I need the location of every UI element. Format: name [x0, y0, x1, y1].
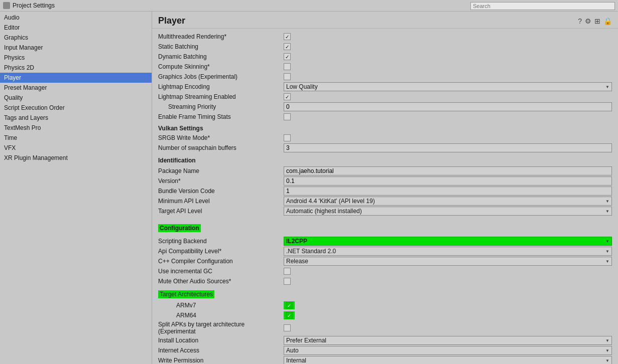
checkbox-frame-timing[interactable] — [284, 113, 291, 120]
input-version[interactable] — [284, 176, 612, 186]
layout-icon[interactable]: ⊞ — [594, 17, 600, 25]
dropdown-min-api[interactable]: Android 4.4 'KitKat' (API level 19) ▼ — [284, 197, 612, 206]
value-frame-timing — [284, 113, 612, 120]
label-dynamic-batching: Dynamic Batching — [158, 53, 284, 60]
sidebar-item-script-execution-order[interactable]: Script Execution Order — [0, 103, 152, 113]
setting-version: Version* — [158, 176, 612, 186]
setting-split-apks: Split APKs by target architecture (Exper… — [158, 320, 612, 335]
search-input[interactable] — [470, 2, 615, 10]
sidebar-item-graphics[interactable]: Graphics — [0, 33, 152, 43]
label-streaming-priority: Streaming Priority — [158, 103, 284, 110]
checkbox-compute-skinning[interactable] — [284, 63, 291, 70]
dropdown-write-permission-value: Internal — [286, 357, 306, 364]
checkbox-multithreaded-rendering[interactable] — [284, 33, 291, 40]
setting-incremental-gc: Use incremental GC — [158, 266, 612, 276]
checkbox-srgb-write[interactable] — [284, 134, 291, 141]
value-multithreaded-rendering — [284, 33, 612, 40]
dropdown-install-location[interactable]: Prefer External ▼ — [284, 336, 612, 345]
dropdown-api-compatibility[interactable]: .NET Standard 2.0 ▼ — [284, 247, 612, 256]
input-bundle-version[interactable] — [284, 187, 612, 196]
sidebar: Audio Editor Graphics Input Manager Phys… — [0, 12, 152, 364]
setting-bundle-version: Bundle Version Code — [158, 186, 612, 196]
dropdown-internet-access-value: Auto — [286, 347, 299, 354]
dropdown-cpp-compiler[interactable]: Release ▼ — [284, 257, 612, 266]
setting-scripting-backend: Scripting Backend IL2CPP ▼ — [158, 236, 612, 246]
dropdown-cpp-compiler-arrow: ▼ — [605, 259, 609, 264]
value-mute-audio — [284, 278, 612, 285]
sidebar-item-editor[interactable]: Editor — [0, 23, 152, 33]
value-write-permission: Internal ▼ — [284, 356, 612, 364]
checkbox-arm64[interactable] — [286, 312, 293, 319]
label-write-permission: Write Permission — [158, 357, 284, 364]
value-armv7 — [284, 301, 295, 309]
value-internet-access: Auto ▼ — [284, 346, 612, 355]
label-incremental-gc: Use incremental GC — [158, 268, 284, 275]
dropdown-scripting-backend[interactable]: IL2CPP ▼ — [284, 237, 612, 246]
setting-write-permission: Write Permission Internal ▼ — [158, 355, 612, 364]
setting-internet-access: Internet Access Auto ▼ — [158, 345, 612, 355]
label-target-api: Target API Level — [158, 208, 284, 215]
input-swapchain-buffers[interactable] — [284, 143, 612, 152]
sidebar-item-preset-manager[interactable]: Preset Manager — [0, 83, 152, 93]
sidebar-item-xr-plugin-management[interactable]: XR Plugin Management — [0, 153, 152, 163]
sidebar-item-textmesh-pro[interactable]: TextMesh Pro — [0, 123, 152, 133]
checkbox-mute-audio[interactable] — [284, 278, 291, 285]
input-package-name[interactable] — [284, 166, 612, 175]
setting-target-api: Target API Level Automatic (highest inst… — [158, 206, 612, 216]
page-title: Player — [158, 16, 185, 26]
value-install-location: Prefer External ▼ — [284, 336, 612, 345]
sidebar-item-vfx[interactable]: VFX — [0, 143, 152, 153]
label-internet-access: Internet Access — [158, 347, 284, 354]
sidebar-item-quality[interactable]: Quality — [0, 93, 152, 103]
setting-min-api: Minimum API Level Android 4.4 'KitKat' (… — [158, 196, 612, 206]
settings-icon[interactable]: ⚙ — [585, 17, 591, 25]
configuration-header: Configuration — [158, 224, 201, 232]
checkbox-static-batching[interactable] — [284, 43, 291, 50]
input-streaming-priority[interactable] — [284, 102, 612, 111]
sidebar-item-physics[interactable]: Physics — [0, 53, 152, 63]
value-incremental-gc — [284, 268, 612, 275]
label-static-batching: Static Batching — [158, 43, 284, 50]
dropdown-internet-access[interactable]: Auto ▼ — [284, 346, 612, 355]
content-header: Player ? ⚙ ⊞ 🔒 — [152, 12, 618, 29]
help-icon[interactable]: ? — [578, 17, 582, 25]
setting-dynamic-batching: Dynamic Batching — [158, 52, 612, 62]
dropdown-cpp-compiler-value: Release — [286, 258, 308, 265]
lock-icon[interactable]: 🔒 — [603, 17, 612, 25]
setting-api-compatibility: Api Compatibility Level* .NET Standard 2… — [158, 246, 612, 256]
checkbox-dynamic-batching[interactable] — [284, 53, 291, 60]
dropdown-lightmap-encoding-value: Low Quality — [286, 83, 318, 90]
checkbox-graphics-jobs[interactable] — [284, 73, 291, 80]
checkbox-incremental-gc[interactable] — [284, 268, 291, 275]
value-min-api: Android 4.4 'KitKat' (API level 19) ▼ — [284, 197, 612, 206]
value-bundle-version — [284, 187, 612, 196]
label-mute-audio: Mute Other Audio Sources* — [158, 278, 284, 285]
target-arch-header-row: Target Architectures — [158, 290, 612, 298]
label-lightmap-streaming: Lightmap Streaming Enabled — [158, 93, 284, 100]
sidebar-item-audio[interactable]: Audio — [0, 13, 152, 23]
setting-static-batching: Static Batching — [158, 42, 612, 52]
setting-multithreaded-rendering: Multithreaded Rendering* — [158, 32, 612, 42]
value-graphics-jobs — [284, 73, 612, 80]
dropdown-write-permission[interactable]: Internal ▼ — [284, 356, 612, 364]
setting-mute-audio: Mute Other Audio Sources* — [158, 276, 612, 286]
value-streaming-priority — [284, 102, 612, 111]
sidebar-item-physics-2d[interactable]: Physics 2D — [0, 63, 152, 73]
value-arm64 — [284, 311, 295, 319]
setting-install-location: Install Location Prefer External ▼ — [158, 335, 612, 345]
sidebar-item-input-manager[interactable]: Input Manager — [0, 43, 152, 53]
checkbox-armv7[interactable] — [286, 302, 293, 309]
setting-swapchain-buffers: Number of swapchain buffers — [158, 143, 612, 153]
dropdown-target-api[interactable]: Automatic (highest installed) ▼ — [284, 207, 612, 216]
dropdown-write-permission-arrow: ▼ — [605, 358, 609, 363]
checkbox-split-apks[interactable] — [284, 324, 291, 331]
sidebar-item-tags-and-layers[interactable]: Tags and Layers — [0, 113, 152, 123]
dropdown-internet-access-arrow: ▼ — [605, 348, 609, 353]
sidebar-item-player[interactable]: Player — [0, 73, 152, 83]
settings-content: Multithreaded Rendering* Static Batching… — [152, 29, 618, 364]
setting-package-name: Package Name — [158, 166, 612, 176]
dropdown-lightmap-encoding[interactable]: Low Quality ▼ — [284, 82, 612, 91]
checkbox-lightmap-streaming[interactable] — [284, 93, 291, 100]
sidebar-item-time[interactable]: Time — [0, 133, 152, 143]
dropdown-scripting-backend-arrow: ▼ — [605, 239, 609, 244]
